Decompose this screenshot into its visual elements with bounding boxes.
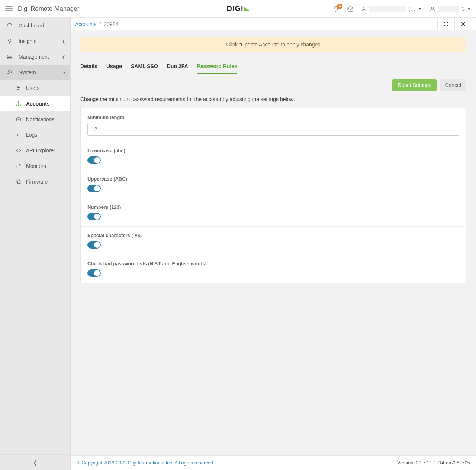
sidebar-sub-label: Logs — [26, 132, 37, 138]
user-icon — [430, 6, 435, 12]
uppercase-label: Uppercase (ABC) — [87, 176, 459, 182]
svg-point-3 — [8, 71, 10, 72]
breadcrumb-bar: Accounts / 20984 — [71, 18, 476, 30]
breadcrumb-root-link[interactable]: Accounts — [75, 21, 97, 27]
bell-badge: 4 — [337, 4, 343, 9]
chevron-left-icon: ❮ — [33, 460, 38, 466]
svg-rect-8 — [18, 105, 19, 106]
refresh-button[interactable] — [437, 18, 454, 30]
svg-rect-1 — [7, 55, 12, 56]
user-plus-icon — [6, 69, 13, 75]
tab-duo-2fa[interactable]: Duo 2FA — [167, 59, 188, 74]
app-title: Digi Remote Manager — [18, 5, 79, 13]
min-length-input[interactable] — [87, 123, 459, 136]
sidebar-item-system[interactable]: System ▾ — [0, 65, 70, 80]
lowercase-label: Lowercase (abc) — [87, 148, 459, 153]
svg-rect-2 — [7, 57, 12, 59]
svg-rect-7 — [16, 105, 17, 106]
sidebar-sub-label: Accounts — [26, 101, 50, 107]
sidebar-sub-monitors[interactable]: Monitors — [0, 158, 70, 174]
svg-rect-10 — [18, 181, 20, 184]
sidebar: Dashboard Insights ❮ Management ❮ System… — [0, 18, 71, 470]
refresh-icon — [443, 21, 449, 27]
uppercase-toggle[interactable] — [87, 185, 101, 192]
numbers-toggle[interactable] — [87, 213, 101, 220]
lowercase-toggle[interactable] — [87, 156, 101, 164]
sidebar-sub-notifications[interactable]: Notifications — [0, 111, 70, 127]
badlist-label: Check bad password lists (NIST and Engli… — [87, 261, 459, 266]
sidebar-item-label: Dashboard — [19, 23, 44, 29]
alert-banner: Click "Update Account" to apply changes — [80, 37, 466, 52]
sidebar-item-label: Insights — [19, 38, 36, 44]
sidebar-item-label: System — [19, 69, 36, 75]
content: Accounts / 20984 Click "Update Account" … — [71, 18, 476, 470]
logo: DIGI — [226, 4, 249, 13]
footer: © Copyright 2018-2023 Digi International… — [71, 455, 476, 470]
numbers-label: Numbers (123) — [87, 204, 459, 210]
copy-icon — [15, 179, 22, 184]
inbox-icon[interactable] — [347, 6, 354, 12]
helper-text: Change the minimum password requirements… — [80, 96, 466, 102]
breadcrumb-current: 20984 — [104, 21, 118, 27]
cancel-button[interactable]: Cancel — [440, 79, 466, 91]
account-name-redacted — [369, 6, 406, 12]
lightbulb-icon — [6, 38, 13, 44]
sidebar-collapse-button[interactable]: ❮ — [0, 454, 70, 470]
tab-saml-sso[interactable]: SAML SSO — [131, 59, 158, 74]
sidebar-item-label: Management — [19, 54, 49, 60]
tab-usage[interactable]: Usage — [106, 59, 122, 74]
sidebar-sub-label: Notifications — [26, 116, 54, 122]
terminal-icon — [15, 132, 22, 137]
sidebar-item-dashboard[interactable]: Dashboard — [0, 18, 70, 33]
gauge-icon — [6, 23, 13, 29]
sidebar-sub-label: Firmware — [26, 179, 48, 185]
top-header: Digi Remote Manager DIGI 4 A (… 3 — [0, 0, 476, 18]
sidebar-sub-label: Monitors — [26, 163, 46, 169]
tabs: Details Usage SAML SSO Duo 2FA Password … — [80, 59, 466, 74]
code-icon — [15, 148, 22, 153]
special-label: Special characters (!#$) — [87, 233, 459, 238]
special-toggle[interactable] — [87, 241, 101, 249]
notifications-bell[interactable]: 4 — [333, 6, 339, 12]
svg-rect-6 — [18, 101, 19, 103]
svg-point-0 — [432, 7, 434, 9]
sidebar-sub-api-explorer[interactable]: API Explorer — [0, 143, 70, 158]
sidebar-sub-firmware[interactable]: Firmware — [0, 174, 70, 189]
svg-rect-9 — [20, 105, 21, 106]
badlist-toggle[interactable] — [87, 269, 101, 277]
chevron-left-icon: ❮ — [62, 39, 65, 43]
sidebar-sub-users[interactable]: Users — [0, 80, 70, 96]
server-icon — [6, 54, 13, 60]
breadcrumb-sep: / — [100, 21, 101, 27]
close-button[interactable] — [454, 18, 472, 30]
chevron-down-icon: ▾ — [63, 71, 65, 75]
min-length-label: Minimum length — [87, 114, 459, 120]
sidebar-sub-logs[interactable]: Logs — [0, 127, 70, 143]
account-prefix: A — [362, 6, 365, 12]
user-dropdown[interactable]: 3 — [430, 6, 471, 12]
external-link-icon — [15, 163, 22, 169]
logo-triangle-icon — [244, 7, 250, 11]
svg-point-5 — [19, 87, 20, 88]
version-text: Version: 23.7.11.1214-aa7062705 — [397, 460, 470, 466]
caret-down-icon — [418, 8, 421, 10]
caret-down-icon — [468, 8, 471, 10]
user-name-redacted — [438, 6, 459, 12]
account-suffix: (… — [409, 6, 416, 12]
tab-details[interactable]: Details — [80, 59, 97, 74]
sidebar-item-management[interactable]: Management ❮ — [0, 49, 70, 65]
sidebar-sub-accounts[interactable]: Accounts — [0, 96, 70, 111]
sitemap-icon — [15, 101, 22, 106]
chevron-left-icon: ❮ — [62, 55, 65, 59]
sidebar-sub-label: API Explorer — [26, 148, 55, 153]
sidebar-item-insights[interactable]: Insights ❮ — [0, 33, 70, 49]
tab-password-rules[interactable]: Password Rules — [197, 59, 237, 74]
copyright-link[interactable]: © Copyright 2018-2023 Digi International… — [77, 460, 215, 466]
close-icon — [461, 22, 466, 26]
account-dropdown[interactable]: A (… — [362, 6, 421, 12]
password-rules-panel: Minimum length Lowercase (abc) Uppercase… — [80, 108, 466, 283]
sidebar-sub-label: Users — [26, 85, 40, 91]
hamburger-menu-icon[interactable] — [5, 5, 13, 13]
reset-settings-button[interactable]: Reset Settings — [392, 79, 437, 91]
envelope-icon — [15, 117, 22, 122]
